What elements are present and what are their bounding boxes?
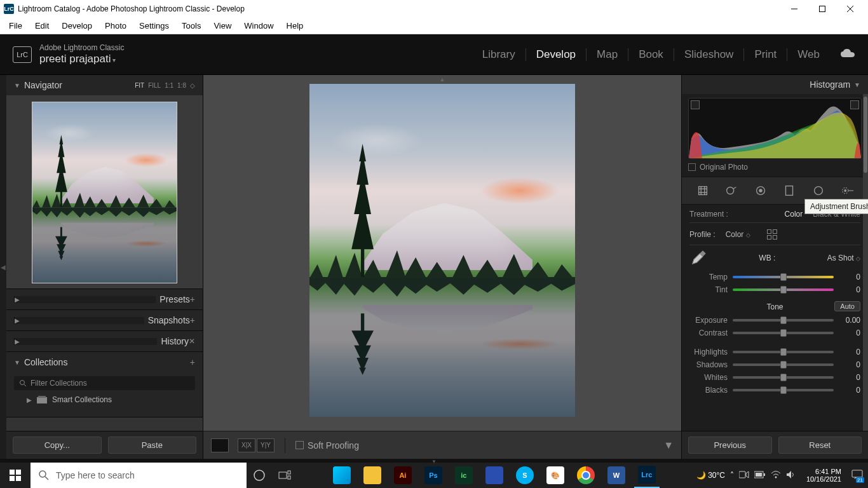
menu-settings[interactable]: Settings [133,18,175,33]
taskbar-search[interactable]: Type here to search [31,463,247,488]
loupe-view-button[interactable] [211,438,229,452]
taskbar-clock[interactable]: 6:41 PM10/16/2021 [801,468,846,483]
svg-rect-35 [756,473,762,477]
tint-slider[interactable] [733,288,834,291]
taskbar-app-incopy[interactable]: ic [451,463,477,488]
treatment-color[interactable]: Color [785,210,803,219]
menu-edit[interactable]: Edit [29,18,55,33]
module-library[interactable]: Library [472,48,526,61]
maximize-button[interactable] [808,0,836,18]
module-slideshow[interactable]: Slideshow [674,48,745,61]
filmstrip-toggle-top[interactable]: ▲ [440,76,445,83]
snapshots-add-icon[interactable]: + [190,315,195,325]
crop-tool[interactable] [695,182,711,199]
navigator-header[interactable]: Navigator FIT FILL 1:1 1:8 ◇ [6,75,203,95]
graduated-filter-tool[interactable] [781,182,797,199]
tray-battery-icon[interactable] [754,471,766,480]
soft-proofing-toggle[interactable]: Soft Proofing [295,440,359,451]
taskbar-app-explorer[interactable] [360,463,385,488]
presets-add-icon[interactable]: + [190,294,195,304]
zoom-fill[interactable]: FILL [148,82,161,89]
previous-button[interactable]: Previous [688,437,772,454]
histogram-header[interactable]: Histogram▼ [682,75,868,94]
tool-strip: Adjustment Brush (K) [682,177,868,205]
taskbar-app-chrome[interactable] [573,463,599,488]
menu-bar: File Edit Develop Photo Settings Tools V… [0,18,868,34]
menu-develop[interactable]: Develop [55,18,98,33]
cortana-icon[interactable] [247,463,272,488]
exposure-slider[interactable] [733,319,834,322]
menu-view[interactable]: View [207,18,238,33]
wb-eyedropper-tool[interactable] [689,249,707,267]
auto-tone-button[interactable]: Auto [834,301,860,311]
zoom-chevron-icon[interactable]: ◇ [190,82,195,89]
taskbar-app-edge[interactable] [329,463,355,488]
module-book[interactable]: Book [628,48,674,61]
contrast-slider[interactable] [733,332,834,334]
copy-button[interactable]: Copy... [13,437,102,454]
blacks-slider[interactable] [733,389,834,391]
menu-help[interactable]: Help [280,18,310,33]
collections-header[interactable]: Collections+ [6,352,203,372]
tray-chevron-icon[interactable]: ˄ [730,471,734,480]
taskbar-app-word[interactable]: W [604,463,629,488]
taskbar-app-skype[interactable]: S [512,463,538,488]
highlights-slider[interactable] [733,351,834,353]
taskbar-app-lightroom[interactable]: Lrc [634,463,660,488]
menu-tools[interactable]: Tools [175,18,207,33]
tray-meet-now-icon[interactable] [739,470,749,481]
before-after-tb-button[interactable]: Y|Y [257,438,275,452]
radial-filter-tool[interactable] [810,182,827,199]
temp-slider[interactable] [733,276,834,278]
histogram-display[interactable] [688,98,862,159]
left-panel-toggle[interactable]: ◀ [0,75,6,459]
smart-collections-item[interactable]: ▶ Smart Collections [14,395,195,404]
menu-window[interactable]: Window [238,18,280,33]
spot-removal-tool[interactable] [723,182,740,199]
paste-button[interactable]: Paste [108,437,197,454]
identity-plate[interactable]: preeti prajapati [39,53,124,65]
tray-volume-icon[interactable] [786,470,796,481]
action-center-icon[interactable]: 21 [851,470,863,482]
zoom-fit[interactable]: FIT [135,82,144,89]
task-view-icon[interactable] [272,463,297,488]
minimize-button[interactable] [780,0,808,18]
filter-collections-input[interactable]: Filter Collections [14,376,195,390]
start-button[interactable] [0,463,31,488]
zoom-1-1[interactable]: 1:1 [165,82,173,89]
original-photo-toggle[interactable]: Original Photo [688,163,862,172]
tray-wifi-icon[interactable] [771,470,781,481]
toolbar-menu-icon[interactable]: ▼ [663,440,674,451]
history-clear-icon[interactable]: ✕ [189,337,195,346]
collections-add-icon[interactable]: + [190,357,195,367]
red-eye-tool[interactable] [752,182,769,199]
cloud-sync-icon[interactable] [840,48,855,61]
taskbar-app-paint[interactable]: 🎨 [543,463,568,488]
right-scrollbar[interactable] [863,94,868,431]
module-map[interactable]: Map [587,48,628,61]
weather-widget[interactable]: 🌙 30°C [696,471,725,480]
shadows-slider[interactable] [733,363,834,366]
taskbar-app-teams[interactable] [482,463,507,488]
menu-file[interactable]: File [3,18,29,33]
whites-slider[interactable] [733,376,834,379]
menu-photo[interactable]: Photo [98,18,133,33]
taskbar-app-photoshop[interactable]: Ps [421,463,446,488]
zoom-1-8[interactable]: 1:8 [177,82,186,89]
reset-button[interactable]: Reset [778,437,862,454]
profile-browser-icon[interactable] [767,229,778,240]
history-header[interactable]: History✕ [6,331,203,351]
module-print[interactable]: Print [744,48,787,61]
adjustment-brush-tool[interactable] [839,182,855,199]
navigator-thumbnail[interactable] [6,95,203,288]
close-button[interactable] [836,0,864,18]
taskbar-app-illustrator[interactable]: Ai [390,463,416,488]
wb-preset-select[interactable]: As Shot ◇ [827,254,860,262]
module-web[interactable]: Web [787,48,830,61]
presets-header[interactable]: Presets+ [6,289,203,309]
module-develop[interactable]: Develop [526,48,587,61]
main-photo[interactable] [309,84,575,417]
profile-select[interactable]: Color ◇ [726,230,750,239]
snapshots-header[interactable]: Snapshots+ [6,310,203,330]
before-after-lr-button[interactable]: X|X [238,438,255,452]
